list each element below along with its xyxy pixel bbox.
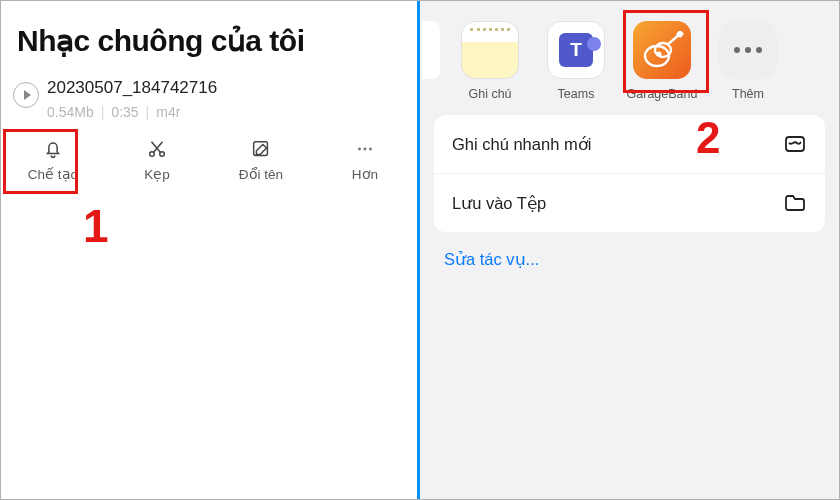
- toolbar-label: Đổi tên: [239, 166, 283, 182]
- toolbar: Chế tạo Kẹp Đổi tên Hơn: [1, 128, 417, 188]
- scissors-icon: [146, 138, 168, 160]
- svg-point-10: [657, 52, 662, 57]
- callout-number-1: 1: [83, 199, 109, 253]
- folder-icon: [783, 191, 807, 215]
- row-label: Lưu vào Tệp: [452, 194, 546, 213]
- ringtone-app-pane: Nhạc chuông của tôi 20230507_184742716 0…: [1, 1, 420, 499]
- divider: |: [101, 104, 105, 120]
- app-label: Ghi chú: [468, 87, 511, 101]
- share-apps-row: Ghi chú T Teams GarageBand Thêm 2: [420, 1, 839, 115]
- svg-point-1: [160, 152, 165, 157]
- app-label: Thêm: [732, 87, 764, 101]
- file-info: 20230507_184742716 0.54Mb | 0:35 | m4r: [47, 78, 401, 120]
- app-notes[interactable]: Ghi chú: [454, 21, 526, 101]
- svg-point-4: [364, 148, 367, 151]
- app-garageband[interactable]: GarageBand: [626, 21, 698, 101]
- bell-icon: [42, 138, 64, 160]
- toolbar-label: Hơn: [352, 166, 378, 182]
- share-sheet-pane: Ghi chú T Teams GarageBand Thêm 2 Ghi ch…: [420, 1, 839, 499]
- file-meta: 0.54Mb | 0:35 | m4r: [47, 104, 401, 120]
- edit-actions-link[interactable]: Sửa tác vụ...: [420, 232, 839, 287]
- divider: |: [146, 104, 150, 120]
- teams-icon: T: [547, 21, 605, 79]
- app-partial[interactable]: [422, 21, 440, 79]
- app-more[interactable]: Thêm: [712, 21, 784, 101]
- more-icon: [354, 138, 376, 160]
- save-files-row[interactable]: Lưu vào Tệp: [434, 173, 825, 232]
- edit-icon: [250, 138, 272, 160]
- play-button[interactable]: [13, 82, 39, 108]
- app-label: Teams: [558, 87, 595, 101]
- svg-point-3: [358, 148, 361, 151]
- app-label: GarageBand: [627, 87, 698, 101]
- callout-number-2: 2: [696, 113, 720, 163]
- file-row[interactable]: 20230507_184742716 0.54Mb | 0:35 | m4r: [1, 76, 417, 128]
- quicknote-icon: [783, 132, 807, 156]
- toolbar-label: Kẹp: [144, 166, 170, 182]
- page-title: Nhạc chuông của tôi: [1, 1, 417, 76]
- file-size: 0.54Mb: [47, 104, 94, 120]
- row-label: Ghi chú nhanh mới: [452, 135, 591, 154]
- clip-button[interactable]: Kẹp: [105, 138, 209, 182]
- play-icon: [24, 90, 31, 100]
- toolbar-label: Chế tạo: [28, 166, 78, 182]
- garageband-icon: [633, 21, 691, 79]
- svg-point-5: [369, 148, 372, 151]
- create-button[interactable]: Chế tạo: [1, 138, 105, 182]
- app-teams[interactable]: T Teams: [540, 21, 612, 101]
- notes-icon: [461, 21, 519, 79]
- more-apps-icon: [719, 21, 777, 79]
- rename-button[interactable]: Đổi tên: [209, 138, 313, 182]
- svg-point-0: [150, 152, 155, 157]
- svg-rect-11: [786, 137, 804, 151]
- quick-note-row[interactable]: Ghi chú nhanh mới: [434, 115, 825, 173]
- file-duration: 0:35: [111, 104, 138, 120]
- actions-card: Ghi chú nhanh mới Lưu vào Tệp: [434, 115, 825, 232]
- file-ext: m4r: [156, 104, 180, 120]
- more-button[interactable]: Hơn: [313, 138, 417, 182]
- file-name: 20230507_184742716: [47, 78, 401, 98]
